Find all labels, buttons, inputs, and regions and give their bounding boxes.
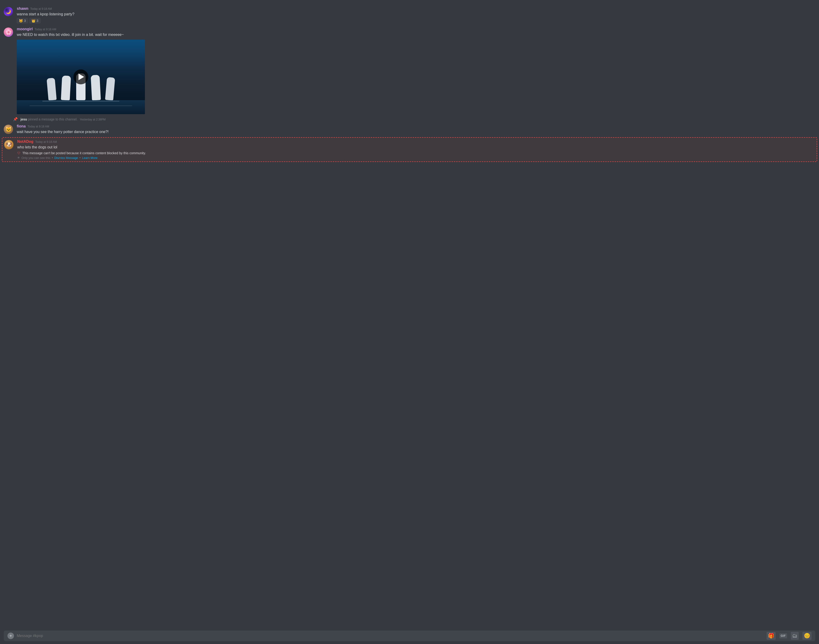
message-content-blocked: NotADog Today at 9:18 AM who lets the do… <box>17 140 815 159</box>
username-notadog[interactable]: NotADog <box>17 140 33 144</box>
blocked-message-box: 🛡 This message can't be posted because i… <box>17 151 815 159</box>
chat-area[interactable]: 🌙 shawn Today at 9:18 AM wanna start a k… <box>0 0 819 628</box>
avatar: 🌙 <box>4 7 13 16</box>
highlighted-message-blocked: 🐶 NotADog Today at 9:18 AM who lets the … <box>2 137 817 162</box>
message-header: moongirl Today at 9:18 AM <box>17 27 815 31</box>
only-you-text: Only you can see this <box>21 156 50 159</box>
emoji-icon: 😊 <box>804 633 810 639</box>
play-icon <box>78 74 84 80</box>
sticker-button[interactable]: 🗂 <box>791 632 799 640</box>
reaction-count-2: 3 <box>37 19 38 23</box>
avatar-image: 🐶 <box>4 140 14 149</box>
username[interactable]: moongirl <box>17 27 33 31</box>
username[interactable]: fiona <box>17 124 26 128</box>
play-button[interactable] <box>74 69 88 84</box>
avatar-image: 🐱 <box>4 125 13 134</box>
pin-username[interactable]: jesu <box>20 117 27 121</box>
learn-more-link[interactable]: Learn More <box>82 156 97 159</box>
message-header: fiona Today at 9:18 AM <box>17 124 815 128</box>
eye-icon: 👁 <box>17 156 20 159</box>
pin-timestamp: Yesterday at 2:38PM <box>80 118 106 121</box>
timestamp: Today at 9:18 AM <box>34 28 56 31</box>
dismiss-message-link[interactable]: Dismiss Message <box>54 156 78 159</box>
username[interactable]: shawn <box>17 6 28 11</box>
emoji-button[interactable]: 😊 <box>802 632 811 640</box>
message-input[interactable] <box>17 630 764 641</box>
message-input-area: + 🎁 GIF 🗂 😊 <box>0 628 819 644</box>
dot-separator-2: • <box>80 156 81 159</box>
message-content: shawn Today at 9:18 AM wanna start a kpo… <box>17 6 815 23</box>
sticker-icon: 🗂 <box>792 633 798 639</box>
message-header: shawn Today at 9:18 AM <box>17 6 815 11</box>
message-group-blocked: 🐶 NotADog Today at 9:18 AM who lets the … <box>4 140 815 159</box>
avatar-image: 🌙 <box>4 7 13 16</box>
reaction-emoji-2: 👑 <box>31 19 35 23</box>
dot-separator-1: • <box>52 156 53 159</box>
message-group: 🌸 moongirl Today at 9:18 AM we NEED to w… <box>0 25 819 116</box>
message-text-blocked: who lets the dogs out lol <box>17 145 815 150</box>
input-actions: 🎁 GIF 🗂 😊 <box>767 632 812 640</box>
message-content: fiona Today at 9:18 AM wait have you see… <box>17 124 815 135</box>
pin-text: jesu pinned a message to this channel. Y… <box>20 117 106 121</box>
pin-icon: 📌 <box>13 117 18 121</box>
avatar-image: 🌸 <box>4 28 13 37</box>
message-text: we NEED to watch this txt video. ill joi… <box>17 32 815 37</box>
timestamp: Today at 9:18 AM <box>28 125 49 128</box>
visibility-line: 👁 Only you can see this • Dismiss Messag… <box>17 156 815 159</box>
shield-icon: 🛡 <box>17 151 20 155</box>
avatar: 🐶 <box>4 140 14 149</box>
blocked-warning-text: This message can't be posted because it … <box>22 151 146 155</box>
gift-button[interactable]: 🎁 <box>767 632 776 640</box>
message-header: NotADog Today at 9:18 AM <box>17 140 815 144</box>
reaction-count: 3 <box>24 19 26 23</box>
add-attachment-button[interactable]: + <box>8 633 14 639</box>
add-icon: + <box>9 633 12 639</box>
reaction-2[interactable]: 👑 3 <box>29 18 41 23</box>
message-group: 🌙 shawn Today at 9:18 AM wanna start a k… <box>0 5 819 25</box>
pin-notification: 📌 jesu pinned a message to this channel.… <box>0 116 819 122</box>
pin-action-text: pinned a message to this channel. <box>28 117 77 121</box>
message-group: 🐱 fiona Today at 9:18 AM wait have you s… <box>0 122 819 136</box>
message-input-wrapper: + 🎁 GIF 🗂 😊 <box>4 630 815 641</box>
gift-icon: 🎁 <box>768 633 774 639</box>
avatar: 🐱 <box>4 125 13 134</box>
message-content: moongirl Today at 9:18 AM we NEED to wat… <box>17 27 815 114</box>
message-text: wanna start a kpop listening party? <box>17 12 815 17</box>
reactions: 🐱 3 👑 3 <box>17 18 815 23</box>
message-text: wait have you see the harry potter dance… <box>17 129 815 135</box>
video-thumbnail[interactable] <box>17 40 145 114</box>
video-embed[interactable] <box>17 40 145 114</box>
avatar: 🌸 <box>4 28 13 37</box>
reaction-1[interactable]: 🐱 3 <box>17 18 28 23</box>
blocked-warning: 🛡 This message can't be posted because i… <box>17 151 815 155</box>
timestamp: Today at 9:18 AM <box>30 7 52 11</box>
gif-label: GIF <box>781 634 786 638</box>
timestamp: Today at 9:18 AM <box>35 140 57 144</box>
gif-button[interactable]: GIF <box>779 633 787 638</box>
reaction-emoji: 🐱 <box>19 19 23 23</box>
